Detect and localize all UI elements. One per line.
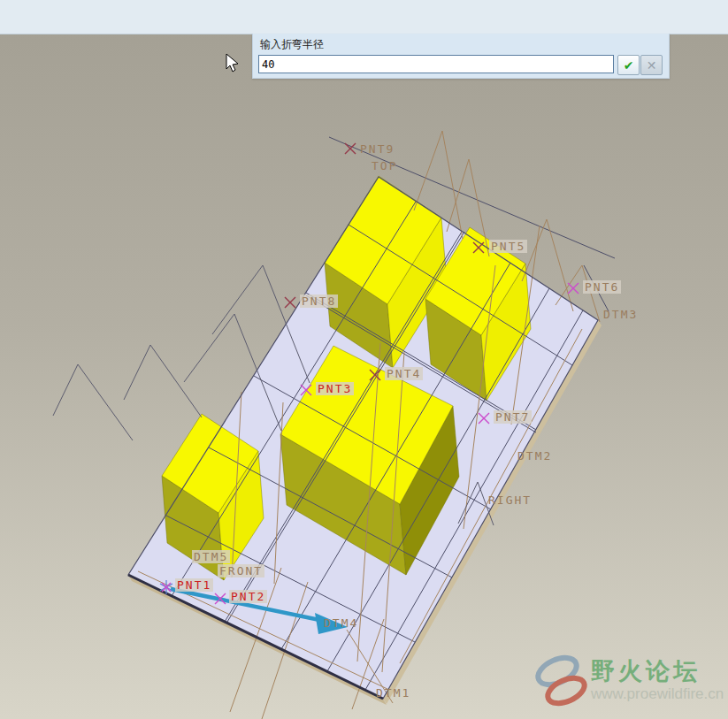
datum-label-pnt5[interactable]: PNT5 (489, 240, 527, 253)
cross-marker-pnt8[interactable] (285, 297, 295, 308)
datum-label-pnt9[interactable]: PNT9 (360, 142, 395, 156)
datum-label-dtm4[interactable]: DTM4 (324, 616, 358, 630)
model-viewport (0, 0, 728, 719)
datum-label-pnt7[interactable]: PNT7 (494, 410, 532, 424)
datum-label-top[interactable]: TOP (372, 159, 397, 172)
watermark-title: 野火论坛 (591, 655, 701, 687)
datum-label-dtm1[interactable]: DTM1 (376, 686, 410, 700)
check-icon: ✔ (624, 58, 634, 73)
forum-watermark: 野火论坛 www.proewildfire.cn (531, 648, 728, 712)
watermark-url: www.proewildfire.cn (591, 685, 724, 703)
datum-label-pnt3[interactable]: PNT3 (316, 382, 354, 395)
datum-label-pnt8[interactable]: PNT8 (300, 294, 338, 308)
x-icon: ✕ (647, 58, 657, 73)
cad-canvas[interactable]: PNT9TOPPNT5PNT6DTM3PNT8PNT4PNT3PNT7DTM2R… (0, 0, 728, 719)
cross-marker-pnt9[interactable] (345, 143, 356, 154)
cancel-button[interactable]: ✕ (640, 55, 663, 75)
datum-label-pnt4[interactable]: PNT4 (385, 367, 423, 380)
cross-marker-pnt6[interactable] (568, 283, 579, 294)
datum-label-right[interactable]: RIGHT (488, 493, 532, 507)
mouse-cursor (225, 53, 242, 74)
datum-label-dtm3[interactable]: DTM3 (603, 308, 638, 321)
datum-label-pnt2[interactable]: PNT2 (229, 590, 267, 603)
toolbar-strip (0, 0, 728, 34)
forum-logo-icon (531, 648, 593, 712)
bend-radius-input[interactable] (258, 55, 614, 73)
datum-label-dtm5[interactable]: DTM5 (192, 550, 230, 563)
bend-radius-dialog: 输入折弯半径 ✔ ✕ (252, 34, 670, 79)
dialog-prompt-label: 输入折弯半径 (260, 37, 324, 52)
datum-label-pnt1[interactable]: PNT1 (175, 578, 213, 592)
datum-label-dtm2[interactable]: DTM2 (517, 449, 552, 463)
confirm-button[interactable]: ✔ (617, 55, 640, 75)
datum-label-pnt6[interactable]: PNT6 (583, 280, 621, 294)
datum-label-front[interactable]: FRONT (218, 564, 264, 577)
